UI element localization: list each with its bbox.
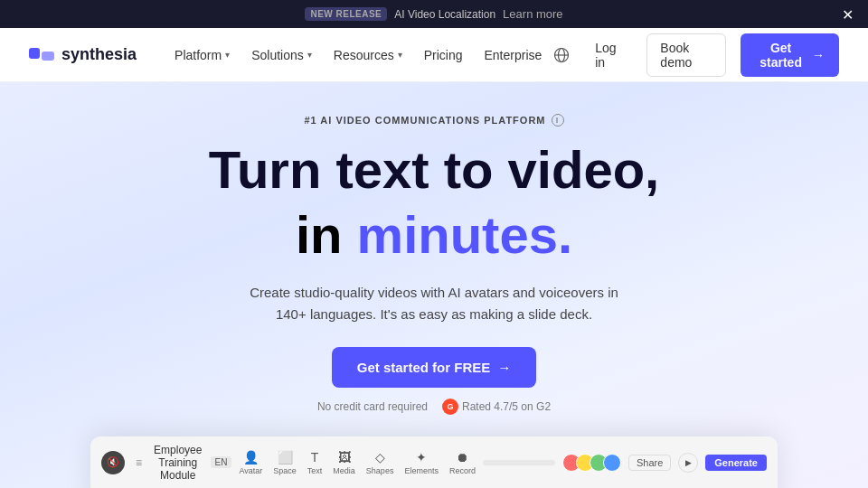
hero-title-in: in	[296, 205, 357, 264]
mute-button[interactable]: 🔇	[101, 451, 125, 474]
arrow-right-icon: →	[497, 360, 511, 375]
svg-rect-1	[42, 52, 54, 61]
toolbar-shapes[interactable]: ◇ Shapes	[366, 450, 394, 475]
space-icon: ⬜	[278, 450, 293, 465]
new-release-badge: NEW RELEASE	[305, 7, 387, 21]
toolbar-avatar[interactable]: 👤 Avatar	[239, 450, 262, 475]
hero-title-line2: in minutes.	[18, 206, 850, 264]
book-demo-button[interactable]: Book demo	[646, 33, 726, 77]
app-title: Employee Training Module	[153, 444, 203, 482]
rating-text: Rated 4.7/5 on G2	[462, 400, 551, 413]
nav-left: synthesia Platform ▾ Solutions ▾ Resourc…	[29, 42, 551, 68]
generate-button[interactable]: Generate	[705, 455, 767, 471]
get-started-nav-button[interactable]: Get started →	[741, 33, 839, 77]
app-preview: 🔇 ≡ Employee Training Module EN 👤 Avatar…	[90, 436, 778, 488]
hamburger-icon[interactable]: ≡	[132, 456, 146, 469]
hero-subtitle: Create studio-quality videos with AI ava…	[244, 282, 624, 325]
text-icon: T	[311, 450, 319, 465]
navbar: synthesia Platform ▾ Solutions ▾ Resourc…	[0, 28, 868, 82]
language-badge: EN	[211, 456, 232, 468]
close-announcement-button[interactable]: ✕	[842, 5, 854, 23]
avatar-icon: 👤	[243, 450, 259, 465]
arrow-right-icon: →	[812, 48, 825, 62]
hero-section: #1 AI VIDEO COMMUNICATIONS PLATFORM i Tu…	[0, 82, 868, 488]
elements-icon: ✦	[416, 450, 427, 465]
no-credit-card-text: No credit card required	[317, 400, 428, 413]
login-button[interactable]: Log in	[586, 35, 632, 75]
nav-right: Log in Book demo Get started →	[551, 33, 839, 77]
rating-badge: G Rated 4.7/5 on G2	[442, 399, 551, 415]
chevron-down-icon: ▾	[307, 50, 312, 60]
user-avatar-4	[603, 454, 621, 472]
tagline-badge: #1 AI VIDEO COMMUNICATIONS PLATFORM i	[304, 114, 563, 127]
record-icon: ⏺	[456, 450, 468, 465]
toolbar-record[interactable]: ⏺ Record	[449, 450, 476, 475]
chevron-down-icon: ▾	[398, 50, 402, 60]
announcement-bar: NEW RELEASE AI Video Localization Learn …	[0, 0, 868, 28]
nav-item-resources[interactable]: Resources ▾	[325, 42, 411, 68]
toolbar-icons: 👤 Avatar ⬜ Space T Text 🖼 Media ◇ Sh	[239, 450, 476, 475]
hero-title-line1: Turn text to video,	[18, 141, 850, 199]
language-button[interactable]	[551, 42, 571, 68]
g2-logo: G	[442, 399, 458, 415]
info-icon[interactable]: i	[552, 114, 564, 127]
toolbar-space[interactable]: ⬜ Space	[273, 450, 297, 475]
play-button[interactable]: ▶	[678, 453, 698, 473]
learn-more-link[interactable]: Learn more	[503, 7, 562, 21]
logo[interactable]: synthesia	[29, 45, 137, 64]
nav-item-solutions[interactable]: Solutions ▾	[242, 42, 321, 68]
search-bar-mini[interactable]	[483, 460, 555, 465]
svg-rect-0	[29, 48, 40, 59]
nav-item-enterprise[interactable]: Enterprise	[475, 42, 551, 68]
nav-item-platform[interactable]: Platform ▾	[165, 42, 239, 68]
nav-item-pricing[interactable]: Pricing	[415, 42, 472, 68]
app-title-area: Employee Training Module EN	[153, 444, 231, 482]
toolbar-elements[interactable]: ✦ Elements	[404, 450, 439, 475]
toolbar-text[interactable]: T Text	[307, 450, 323, 475]
cta-get-started-button[interactable]: Get started for FREE →	[332, 347, 537, 388]
chevron-down-icon: ▾	[225, 50, 230, 60]
avatar-cluster	[562, 454, 621, 472]
toolbar-media[interactable]: 🖼 Media	[333, 450, 355, 475]
social-proof: No credit card required G Rated 4.7/5 on…	[18, 399, 850, 415]
logo-text: synthesia	[61, 45, 137, 64]
media-icon: 🖼	[338, 450, 351, 465]
hero-title-accent: minutes.	[357, 205, 573, 264]
app-toolbar: 🔇 ≡ Employee Training Module EN 👤 Avatar…	[90, 436, 778, 488]
toolbar-right: Share ▶ Generate	[483, 453, 767, 473]
shapes-icon: ◇	[375, 450, 385, 465]
logo-icon	[29, 46, 54, 64]
nav-links: Platform ▾ Solutions ▾ Resources ▾ Prici…	[165, 42, 551, 68]
share-button[interactable]: Share	[628, 455, 671, 471]
announcement-text: AI Video Localization	[394, 8, 495, 21]
